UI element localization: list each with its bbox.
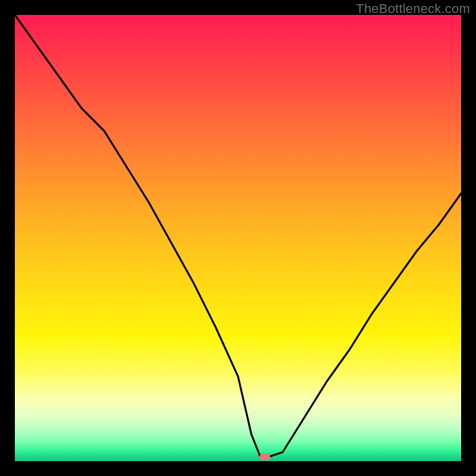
curve-path [15, 15, 461, 457]
optimal-point-marker [259, 453, 270, 461]
chart-frame: TheBottleneck.com [0, 0, 476, 476]
plot-area [15, 15, 461, 461]
watermark-text: TheBottleneck.com [356, 1, 470, 17]
bottleneck-curve [15, 15, 461, 461]
